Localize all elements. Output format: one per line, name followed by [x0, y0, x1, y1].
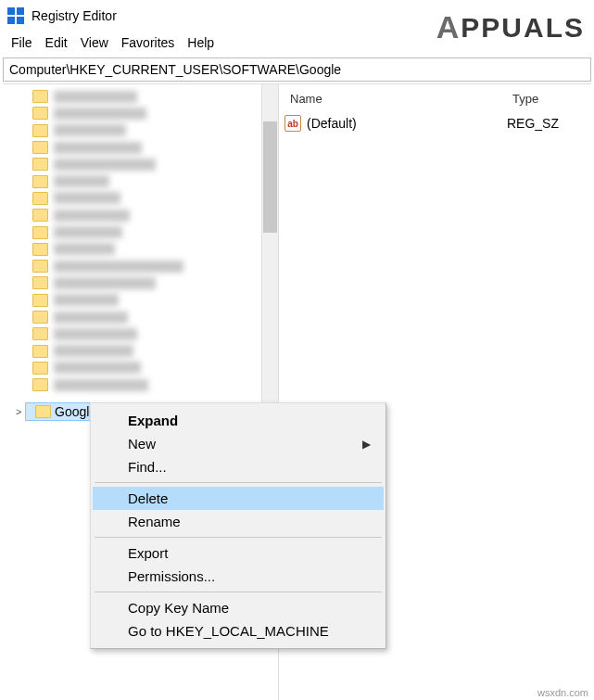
context-menu-item-find[interactable]: Find... — [93, 455, 384, 478]
scrollbar-thumb[interactable] — [263, 121, 277, 233]
list-header[interactable]: Name Type — [284, 88, 591, 109]
context-menu-item-delete[interactable]: Delete — [93, 487, 384, 510]
value-type: REG_SZ — [507, 116, 591, 131]
menu-bar: File Edit View Favorites Help — [0, 32, 594, 57]
context-menu-item-rename[interactable]: Rename — [93, 510, 384, 533]
value-row[interactable]: ab (Default) REG_SZ — [284, 115, 591, 132]
menu-view[interactable]: View — [75, 33, 114, 52]
tree-blurred-keys — [3, 84, 278, 393]
menu-edit[interactable]: Edit — [40, 33, 73, 52]
folder-icon — [35, 405, 51, 418]
address-bar[interactable]: Computer\HKEY_CURRENT_USER\SOFTWARE\Goog… — [3, 57, 591, 82]
column-name[interactable]: Name — [284, 88, 507, 109]
app-icon — [7, 7, 24, 24]
window-title: Registry Editor — [32, 8, 117, 23]
context-menu-separator — [95, 537, 382, 538]
submenu-arrow-icon: ▶ — [362, 438, 371, 451]
menu-help[interactable]: Help — [182, 33, 220, 52]
tree-scrollbar[interactable] — [261, 84, 278, 418]
expand-icon[interactable]: > — [16, 406, 25, 417]
string-value-icon: ab — [284, 115, 301, 132]
context-menu: ExpandNew▶Find...DeleteRenameExportPermi… — [90, 402, 386, 649]
address-path: Computer\HKEY_CURRENT_USER\SOFTWARE\Goog… — [9, 62, 341, 77]
context-menu-separator — [95, 592, 382, 592]
value-name: (Default) — [307, 116, 357, 131]
context-menu-item-expand[interactable]: Expand — [93, 409, 384, 432]
context-menu-item-new[interactable]: New▶ — [93, 432, 384, 455]
context-menu-item-copy-key-name[interactable]: Copy Key Name — [93, 596, 384, 619]
context-menu-item-go-to-hkey-local-machine[interactable]: Go to HKEY_LOCAL_MACHINE — [93, 619, 384, 643]
menu-favorites[interactable]: Favorites — [116, 33, 181, 52]
column-type[interactable]: Type — [507, 88, 591, 109]
context-menu-separator — [95, 482, 382, 483]
title-bar[interactable]: Registry Editor — [0, 0, 594, 32]
context-menu-item-permissions[interactable]: Permissions... — [93, 565, 384, 588]
context-menu-item-export[interactable]: Export — [93, 541, 384, 565]
menu-file[interactable]: File — [6, 33, 38, 52]
